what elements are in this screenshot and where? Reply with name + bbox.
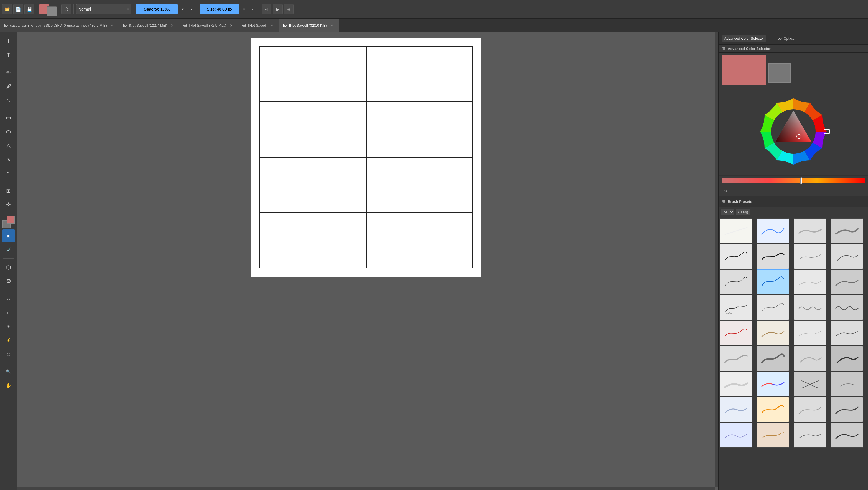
opacity-down-arrow[interactable]: ▾: [179, 5, 187, 13]
brush-item-extra2[interactable]: [831, 423, 863, 448]
brush-item-grey-stroke[interactable]: [794, 346, 827, 371]
brush-item-grey-detail[interactable]: [794, 320, 827, 345]
brush-item-orange[interactable]: [756, 397, 789, 422]
brush-item-black-ink[interactable]: [720, 244, 752, 269]
eyedropper-tool-button[interactable]: 💉: [2, 243, 15, 256]
refresh-color-button[interactable]: ↺: [722, 187, 730, 195]
mirror-h-button[interactable]: ⇔: [261, 4, 272, 14]
size-up-arrow[interactable]: ▴: [249, 5, 257, 13]
wand-tool-button[interactable]: ⚡: [2, 334, 15, 347]
secondary-color-preview[interactable]: [769, 63, 790, 83]
freehand-select-button[interactable]: ⊏: [2, 306, 15, 319]
size-button[interactable]: Size: 40.00 px: [200, 4, 239, 14]
background-color-button[interactable]: [47, 6, 57, 17]
brush-item-grey-pencil[interactable]: [794, 244, 827, 269]
blend-mode-dropdown[interactable]: Normal: [76, 4, 131, 14]
transform-tool-button[interactable]: ⊞: [2, 184, 15, 197]
rect-tool-button[interactable]: ▭: [2, 111, 15, 124]
tab-1-close[interactable]: ✕: [169, 23, 175, 28]
settings-tool-button[interactable]: ⚙: [2, 275, 15, 287]
brush-item-extra1[interactable]: [794, 423, 827, 448]
text-tool-button[interactable]: T: [2, 49, 15, 61]
tab-3-close[interactable]: ✕: [269, 23, 275, 28]
tag-button[interactable]: 🏷 Tag: [736, 209, 750, 215]
size-down-arrow[interactable]: ▾: [240, 5, 248, 13]
tab-0-close[interactable]: ✕: [109, 23, 115, 28]
brush-item-dark-pencil[interactable]: [831, 244, 863, 269]
brush-item-fill[interactable]: [720, 346, 752, 371]
color-wheel-svg[interactable]: [752, 90, 835, 173]
brush-item-black-stroke[interactable]: [831, 346, 863, 371]
tab-3[interactable]: 🖼 [Not Saved] ✕: [238, 19, 279, 32]
canvas-scrollbar-h[interactable]: [17, 487, 715, 490]
brush-item-dark-detail[interactable]: [831, 320, 863, 345]
brush-item-pen[interactable]: [720, 269, 752, 294]
freehand-tool-button[interactable]: ✏: [2, 66, 15, 79]
brush-item-dark-ink[interactable]: [756, 244, 789, 269]
bezier-tool-button[interactable]: ∿: [2, 153, 15, 166]
save-file-button[interactable]: 💾: [24, 4, 34, 14]
pan-tool-button[interactable]: ✋: [2, 379, 15, 392]
brush-item-blue-pen[interactable]: [756, 269, 789, 294]
brush-item-calligraphy[interactable]: ~~~~~: [756, 295, 789, 320]
tab-2[interactable]: 🖼 [Not Saved] (72.5 Mi...) ✕: [179, 19, 238, 32]
brush-item-white-pencil[interactable]: [720, 219, 752, 243]
crosshair-button[interactable]: ⊕: [284, 4, 294, 14]
brush-item-grey-chalk[interactable]: [794, 219, 827, 243]
brush-item-grey-curve[interactable]: [794, 397, 827, 422]
freehand2-tool-button[interactable]: 〜: [2, 167, 15, 179]
foreground-color-swatch[interactable]: [7, 215, 15, 224]
opacity-button[interactable]: Opacity: 100%: [136, 4, 178, 14]
select-tool-button[interactable]: ✛: [2, 35, 15, 48]
zoom-tool-button[interactable]: 🔍: [2, 365, 15, 378]
tab-4[interactable]: 🖼 [Not Saved] (320.0 KiB) ✕: [279, 19, 339, 32]
oval-select-button[interactable]: ⬭: [2, 292, 15, 305]
brush-item-dark-chalk[interactable]: [831, 219, 863, 243]
color-gradient-slider[interactable]: [722, 178, 865, 183]
fill-tool-button[interactable]: ⬡: [2, 261, 15, 273]
brush-item-wavy[interactable]: [794, 295, 827, 320]
new-file-button[interactable]: 📄: [13, 4, 23, 14]
brush-item-light-stroke[interactable]: [720, 372, 752, 397]
play-button[interactable]: ▶: [273, 4, 283, 14]
ellipse-tool-button[interactable]: ⬭: [2, 125, 15, 138]
brush-item-mixed[interactable]: [720, 423, 752, 448]
color-replace-button[interactable]: ⬡: [61, 4, 71, 14]
star-tool-button[interactable]: ✳: [2, 320, 15, 333]
brush-item-red-pen[interactable]: [720, 320, 752, 345]
brush-item-dark2[interactable]: [831, 269, 863, 294]
tab-0[interactable]: 🖼 caspar-camille-rubin-7SDoly3FV_0-unspl…: [0, 19, 119, 32]
brush-item-small[interactable]: [831, 372, 863, 397]
tab-2-close[interactable]: ✕: [228, 23, 234, 28]
brush-item-blue-sketch[interactable]: [756, 219, 789, 243]
brush-item-black-fill[interactable]: [756, 346, 789, 371]
brush-item-light2[interactable]: [720, 397, 752, 422]
brush-item-dark-wavy[interactable]: [831, 295, 863, 320]
tab-1[interactable]: 🖼 [Not Saved] (122.7 MiB) ✕: [119, 19, 179, 32]
brush-filter-dropdown[interactable]: All: [721, 209, 734, 215]
canvas-scroll[interactable]: [17, 32, 715, 487]
opacity-up-arrow[interactable]: ▴: [188, 5, 195, 13]
color-swatches[interactable]: [2, 215, 15, 228]
gradient-slider-handle[interactable]: [800, 177, 802, 184]
gradient-tool-button[interactable]: ▣: [2, 229, 15, 242]
advanced-color-tab[interactable]: Advanced Color Selector: [722, 35, 766, 41]
brush-item-light-pencil[interactable]: [794, 269, 827, 294]
active-color-preview[interactable]: [722, 55, 766, 85]
tab-4-close[interactable]: ✕: [329, 23, 335, 28]
brush-item-blender[interactable]: [756, 423, 789, 448]
brush-item-tan[interactable]: [756, 320, 789, 345]
polygon-tool-button[interactable]: △: [2, 139, 15, 152]
line-tool-button[interactable]: |: [0, 91, 17, 109]
brush-item-multicolor[interactable]: [756, 372, 789, 397]
open-file-button[interactable]: 📂: [2, 4, 12, 14]
canvas-scrollbar-v[interactable]: [715, 32, 718, 487]
lasso-tool-button[interactable]: ◎: [2, 348, 15, 361]
tool-options-tab[interactable]: Tool Optio...: [774, 35, 797, 41]
canvas-area: [17, 32, 718, 490]
move-tool-button[interactable]: ✛: [2, 198, 15, 211]
brush-item-script[interactable]: write: [720, 295, 752, 320]
brush-item-dark-x[interactable]: [794, 372, 827, 397]
brush-item-dark-curve[interactable]: [831, 397, 863, 422]
paintbrush-tool-button[interactable]: 🖌: [2, 80, 15, 93]
